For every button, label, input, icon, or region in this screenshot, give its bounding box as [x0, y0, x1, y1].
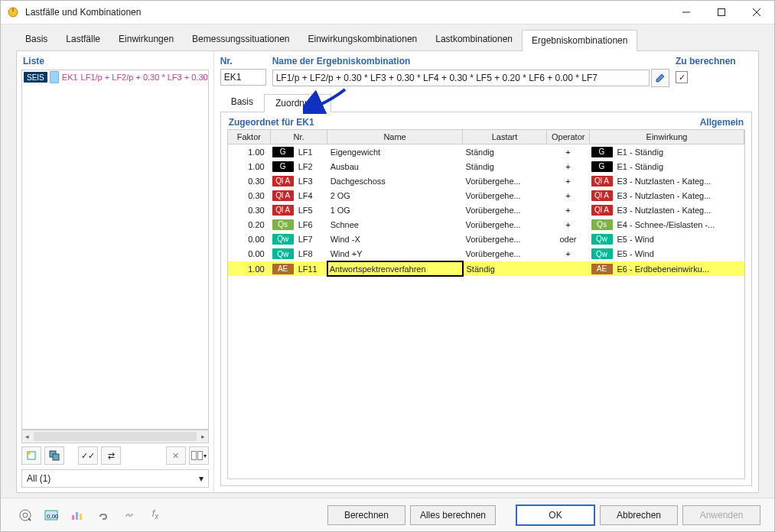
nr-input[interactable]: EK1: [220, 69, 266, 86]
edit-name-button[interactable]: [651, 69, 669, 87]
cell-einwirkung[interactable]: E1 - Ständig: [614, 159, 744, 174]
cell-badge[interactable]: Qs: [271, 217, 295, 232]
cell-operator[interactable]: +: [547, 174, 590, 188]
cell-operator[interactable]: +: [547, 246, 590, 261]
cell-faktor[interactable]: 1.00: [228, 144, 271, 160]
cell-einwirkung[interactable]: E1 - Ständig: [614, 144, 744, 160]
cell-badge-einw[interactable]: G: [590, 159, 614, 174]
col-einwirkung[interactable]: Einwirkung: [590, 130, 744, 144]
check-button[interactable]: ✓✓: [78, 446, 98, 465]
cell-lastart[interactable]: Vorübergehe...: [463, 203, 547, 217]
chart-button[interactable]: [67, 505, 88, 525]
cell-badge[interactable]: Ql A: [271, 174, 295, 188]
main-tab[interactable]: Einwirkungen: [109, 29, 183, 50]
cell-faktor[interactable]: 1.00: [228, 159, 271, 174]
cell-badge[interactable]: Qw: [271, 246, 295, 261]
minimize-button[interactable]: [669, 1, 704, 24]
main-tab[interactable]: Lastfälle: [57, 29, 109, 50]
function-button[interactable]: fx: [145, 505, 166, 525]
cell-faktor[interactable]: 1.00: [228, 261, 271, 276]
cell-badge-einw[interactable]: Qw: [590, 246, 614, 261]
copy-item-button[interactable]: [44, 446, 64, 465]
cell-badge[interactable]: Qw: [271, 232, 295, 246]
cell-einwirkung[interactable]: E3 - Nutzlasten - Kateg...: [614, 188, 744, 203]
ok-button[interactable]: OK: [516, 504, 595, 526]
cell-lastart[interactable]: Vorübergehe...: [463, 188, 547, 203]
col-nr[interactable]: Nr.: [271, 130, 327, 144]
cell-badge[interactable]: G: [271, 159, 295, 174]
cell-badge-einw[interactable]: Ql A: [590, 188, 614, 203]
table-row[interactable]: 0.30Ql ALF42 OGVorübergehe...+Ql AE3 - N…: [228, 188, 744, 203]
cell-badge-einw[interactable]: AE: [590, 261, 614, 276]
cell-nr[interactable]: LF7: [295, 232, 327, 246]
table-row[interactable]: 0.00QwLF8Wind +YVorübergehe...+QwE5 - Wi…: [228, 246, 744, 261]
main-tab[interactable]: Basis: [16, 29, 57, 50]
cell-nr[interactable]: LF11: [295, 261, 327, 276]
cell-operator[interactable]: [547, 261, 590, 276]
cell-lastart[interactable]: Vorübergehe...: [463, 232, 547, 246]
cell-nr[interactable]: LF5: [295, 203, 327, 217]
cell-name[interactable]: Antwortspektrenverfahren: [327, 261, 463, 276]
cell-einwirkung[interactable]: E4 - Schnee-/Eislasten -...: [614, 217, 744, 232]
cell-badge-einw[interactable]: G: [590, 144, 614, 160]
result-combinations-list[interactable]: SEIS EK1 LF1/p + LF2/p + 0.30 * LF3 + 0.…: [21, 70, 209, 430]
scroll-thumb[interactable]: [34, 432, 197, 441]
cell-lastart[interactable]: Ständig: [463, 144, 547, 160]
cell-faktor[interactable]: 0.20: [228, 217, 271, 232]
cell-nr[interactable]: LF4: [295, 188, 327, 203]
sub-tab[interactable]: Zuordnung: [264, 94, 331, 112]
cell-lastart[interactable]: Ständig: [463, 261, 547, 276]
cell-badge[interactable]: G: [271, 144, 295, 160]
new-item-button[interactable]: [21, 446, 41, 465]
calculate-button[interactable]: Berechnen: [327, 505, 405, 525]
delete-button[interactable]: ✕: [166, 446, 186, 465]
cell-nr[interactable]: LF1: [295, 144, 327, 160]
main-tab[interactable]: Einwirkungskombinationen: [299, 29, 427, 50]
cell-einwirkung[interactable]: E6 - Erdbebeneinwirku...: [614, 261, 744, 276]
table-row[interactable]: 0.30Ql ALF3DachgeschossVorübergehe...+Ql…: [228, 174, 744, 188]
table-row[interactable]: 1.00AELF11AntwortspektrenverfahrenStändi…: [228, 261, 744, 276]
cell-name[interactable]: 1 OG: [327, 203, 463, 217]
cell-operator[interactable]: +: [547, 188, 590, 203]
table-row[interactable]: 0.20QsLF6SchneeVorübergehe...+QsE4 - Sch…: [228, 217, 744, 232]
cell-einwirkung[interactable]: E5 - Wind: [614, 232, 744, 246]
cell-name[interactable]: Dachgeschoss: [327, 174, 463, 188]
cell-name[interactable]: Schnee: [327, 217, 463, 232]
cell-badge-einw[interactable]: Ql A: [590, 174, 614, 188]
calculate-all-button[interactable]: Alles berechnen: [410, 505, 496, 525]
filter-dropdown[interactable]: All (1) ▾: [21, 469, 209, 488]
cell-name[interactable]: Wind +Y: [327, 246, 463, 261]
col-operator[interactable]: Operator: [547, 130, 590, 144]
apply-button[interactable]: Anwenden: [682, 505, 760, 525]
cell-nr[interactable]: LF2: [295, 159, 327, 174]
close-button[interactable]: [739, 1, 774, 24]
scroll-left-icon[interactable]: ◂: [22, 433, 32, 440]
cell-badge[interactable]: Ql A: [271, 203, 295, 217]
cell-lastart[interactable]: Vorübergehe...: [463, 217, 547, 232]
uncheck-button[interactable]: ⇄: [101, 446, 121, 465]
cell-faktor[interactable]: 0.30: [228, 174, 271, 188]
main-tab[interactable]: Bemessungssituationen: [183, 29, 298, 50]
cell-operator[interactable]: +: [547, 159, 590, 174]
cell-lastart[interactable]: Ständig: [463, 159, 547, 174]
cell-einwirkung[interactable]: E3 - Nutzlasten - Kateg...: [614, 174, 744, 188]
cell-badge-einw[interactable]: Qw: [590, 232, 614, 246]
main-tab[interactable]: Lastkombinationen: [426, 29, 522, 50]
cell-badge-einw[interactable]: Ql A: [590, 203, 614, 217]
cell-badge[interactable]: AE: [271, 261, 295, 276]
horizontal-scrollbar[interactable]: ◂ ▸: [21, 430, 209, 443]
units-button[interactable]: 0,00: [41, 505, 62, 525]
cell-nr[interactable]: LF8: [295, 246, 327, 261]
cell-lastart[interactable]: Vorübergehe...: [463, 174, 547, 188]
cell-faktor[interactable]: 0.00: [228, 246, 271, 261]
cell-nr[interactable]: LF3: [295, 174, 327, 188]
cell-nr[interactable]: LF6: [295, 217, 327, 232]
col-lastart[interactable]: Lastart: [463, 130, 547, 144]
link-button[interactable]: [93, 505, 114, 525]
assignment-table[interactable]: Faktor Nr. Name Lastart Operator Einwirk…: [227, 129, 745, 479]
cell-badge[interactable]: Ql A: [271, 188, 295, 203]
cell-einwirkung[interactable]: E5 - Wind: [614, 246, 744, 261]
table-row[interactable]: 1.00GLF1EigengewichtStändig+GE1 - Ständi…: [228, 144, 744, 160]
cell-faktor[interactable]: 0.30: [228, 203, 271, 217]
cell-name[interactable]: Eigengewicht: [327, 144, 463, 160]
